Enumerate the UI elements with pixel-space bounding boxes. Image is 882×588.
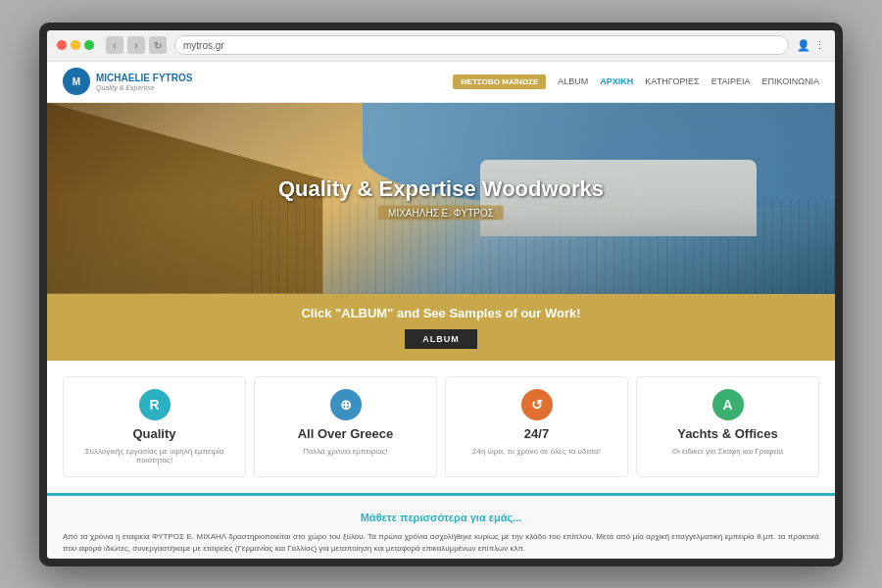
site-nav: ΜΕΤΣΟΒΟ ΜΑΪΝΩΣΕ ALBUM ΑΡΧΙΚΗ ΚΑΤΗΓΟΡΙΕΣ …	[453, 74, 819, 89]
cta-text: Click "ALBUM" and See Samples of our Wor…	[59, 306, 823, 320]
close-button[interactable]	[57, 40, 67, 50]
forward-button[interactable]: ›	[127, 36, 145, 54]
about-section: Μάθετε περισσότερα για εμάς... Από τα χρ…	[47, 493, 835, 559]
menu-icon[interactable]: ⋮	[814, 39, 825, 52]
logo-icon: M	[63, 68, 90, 95]
address-bar[interactable]: mytros.gr	[174, 35, 789, 55]
logo-text-block: MICHAELIE FYTROS Quality & Expertise	[96, 73, 192, 91]
nav-home[interactable]: ΑΡΧΙΚΗ	[600, 76, 633, 86]
logo-tagline: Quality & Expertise	[96, 84, 192, 91]
features-section: R Quality Συλλογικής εργασίας με υψηλή ε…	[47, 361, 835, 493]
feature-quality-icon: R	[139, 389, 171, 420]
logo-name: MICHAELIE FYTROS	[96, 73, 192, 84]
feature-yachts-desc: Οι ειδικοί για Σκάφη και Γραφεία	[672, 447, 783, 456]
maximize-button[interactable]	[84, 40, 94, 50]
url-text: mytros.gr	[183, 40, 224, 51]
feature-greece-title: All Over Greece	[298, 426, 394, 441]
feature-quality-desc: Συλλογικής εργασίας με υψηλή εμπειρία πο…	[72, 447, 237, 465]
feature-quality: R Quality Συλλογικής εργασίας με υψηλή ε…	[63, 376, 246, 477]
nav-badge[interactable]: ΜΕΤΣΟΒΟ ΜΑΪΝΩΣΕ	[453, 74, 546, 89]
website-content: M MICHAELIE FYTROS Quality & Expertise Μ…	[47, 62, 835, 559]
feature-greece: ⊕ All Over Greece Πολλά χρόνια εμπειρίας…	[254, 376, 437, 477]
feature-yachts-icon: A	[712, 389, 744, 420]
feature-greece-desc: Πολλά χρόνια εμπειρίας!	[303, 447, 388, 456]
site-header: M MICHAELIE FYTROS Quality & Expertise Μ…	[47, 62, 835, 103]
browser-topbar: ‹ › ↻ mytros.gr 👤 ⋮	[47, 30, 835, 62]
nav-album[interactable]: ALBUM	[558, 76, 588, 86]
window-controls	[57, 40, 94, 50]
hero-main-title: Quality & Expertise Woodworks	[278, 176, 604, 202]
browser-content: ‹ › ↻ mytros.gr 👤 ⋮ M MICHA	[47, 30, 835, 559]
cta-album-button[interactable]: ALBUM	[405, 329, 477, 349]
nav-contact[interactable]: ΕΠΙΚΟΙΝΩΝΙΑ	[762, 76, 819, 86]
refresh-button[interactable]: ↻	[149, 36, 167, 54]
about-paragraph-1: Από τα χρόνια η εταιρεία ΦΥΤΡΟΣ Ε. ΜΙΧΑΗ…	[63, 531, 819, 557]
cta-section: Click "ALBUM" and See Samples of our Wor…	[47, 294, 835, 361]
feature-24-7: ↺ 24/7 24η ώρα, το χρόνο σε όλες τα ύδατ…	[445, 376, 628, 477]
feature-247-icon: ↺	[521, 389, 553, 420]
about-title: Μάθετε περισσότερα για εμάς...	[63, 512, 819, 523]
nav-arrows: ‹ › ↻	[106, 36, 167, 54]
hero-subtitle: ΜΙΧΑΗΛΗΣ Ε. ΦΥΤΡΟΣ	[378, 206, 504, 220]
site-logo: M MICHAELIE FYTROS Quality & Expertise	[63, 68, 192, 95]
hero-title-block: Quality & Expertise Woodworks ΜΙΧΑΗΛΗΣ Ε…	[278, 176, 604, 220]
browser-window: ‹ › ↻ mytros.gr 👤 ⋮ M MICHA	[39, 23, 843, 566]
feature-247-desc: 24η ώρα, το χρόνο σε όλες τα ύδατα!	[472, 447, 601, 456]
feature-yachts: A Yachts & Offices Οι ειδικοί για Σκάφη …	[636, 376, 819, 477]
feature-quality-title: Quality	[132, 426, 175, 441]
nav-company[interactable]: ΕΤΑΙΡΕΙΑ	[711, 76, 751, 86]
feature-yachts-title: Yachts & Offices	[677, 426, 778, 441]
feature-greece-icon: ⊕	[330, 389, 362, 420]
minimize-button[interactable]	[71, 40, 80, 50]
profile-icon[interactable]: 👤	[797, 39, 810, 52]
feature-247-title: 24/7	[524, 426, 549, 441]
nav-categories[interactable]: ΚΑΤΗΓΟΡΙΕΣ	[645, 76, 699, 86]
browser-action-icons: 👤 ⋮	[797, 39, 825, 52]
hero-section: Quality & Expertise Woodworks ΜΙΧΑΗΛΗΣ Ε…	[47, 103, 835, 294]
back-button[interactable]: ‹	[106, 36, 123, 54]
